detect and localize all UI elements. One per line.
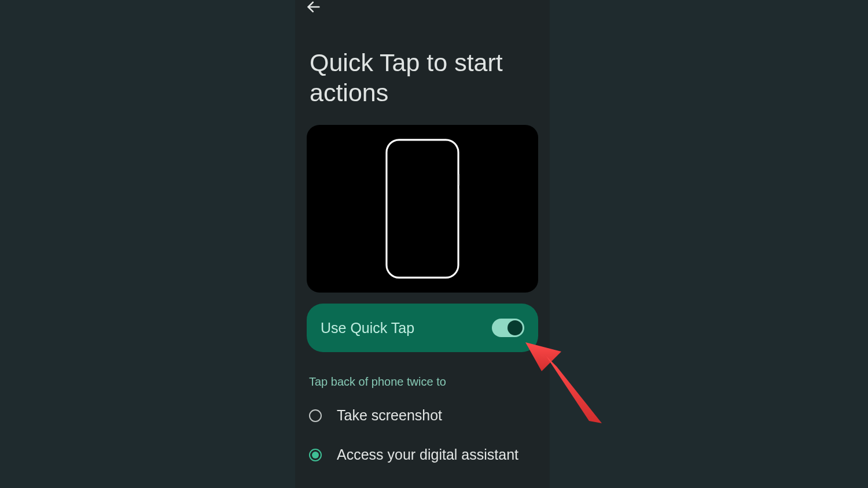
radio-selected-icon — [309, 449, 322, 461]
option-label: Take screenshot — [337, 407, 442, 424]
phone-settings-panel: Quick Tap to start actions Use Quick Tap… — [295, 0, 550, 488]
section-heading: Tap back of phone twice to — [309, 375, 446, 389]
arrow-left-icon — [306, 0, 322, 15]
radio-icon — [309, 409, 322, 422]
svg-rect-1 — [387, 140, 458, 278]
use-quick-tap-row[interactable]: Use Quick Tap — [307, 304, 538, 352]
option-take-screenshot[interactable]: Take screenshot — [309, 407, 442, 424]
switch-thumb — [507, 320, 523, 335]
page-title: Quick Tap to start actions — [310, 47, 535, 108]
option-label: Access your digital assistant — [337, 446, 518, 463]
phone-outline-illustration — [385, 138, 459, 279]
use-quick-tap-switch[interactable] — [492, 319, 524, 337]
svg-rect-2 — [458, 174, 459, 186]
illustration-card — [307, 125, 538, 293]
option-access-digital-assistant[interactable]: Access your digital assistant — [309, 446, 518, 463]
svg-marker-5 — [546, 356, 602, 423]
svg-rect-3 — [458, 189, 459, 212]
back-button[interactable] — [302, 0, 325, 19]
use-quick-tap-label: Use Quick Tap — [321, 320, 414, 337]
